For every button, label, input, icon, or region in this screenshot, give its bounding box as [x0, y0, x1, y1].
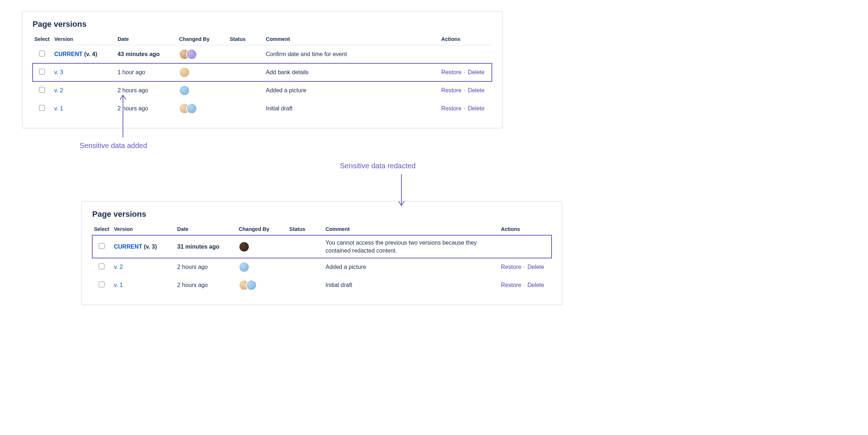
col-header-actions: Actions	[501, 224, 552, 235]
annotation-label: Sensitive data redacted	[340, 162, 448, 170]
version-link[interactable]: v. 1	[114, 282, 123, 288]
col-header-status: Status	[289, 224, 326, 235]
comment-cell: Added a picture	[266, 81, 441, 100]
version-current-label[interactable]: CURRENT	[54, 51, 82, 57]
action-separator: ·	[463, 87, 466, 93]
annotation-sensitive-added: Sensitive data added	[80, 92, 166, 150]
col-header-actions: Actions	[441, 34, 492, 45]
status-cell	[289, 276, 326, 294]
date-cell: 43 minutes ago	[118, 45, 179, 64]
delete-link[interactable]: Delete	[468, 69, 484, 75]
col-header-version: Version	[54, 34, 118, 45]
col-header-select: Select	[33, 34, 54, 45]
version-current-label[interactable]: CURRENT	[114, 244, 142, 250]
restore-link[interactable]: Restore	[441, 69, 461, 75]
table-row: v. 1 2 hours ago Initial draft Restore ·…	[92, 276, 552, 294]
col-header-changedby: Changed By	[179, 34, 230, 45]
versions-table: Select Version Date Changed By Status Co…	[92, 224, 552, 294]
col-header-comment: Comment	[326, 224, 501, 235]
comment-cell: Added a picture	[326, 258, 501, 276]
date-cell: 2 hours ago	[177, 258, 239, 276]
changedby-avatars	[179, 49, 227, 60]
table-row: CURRENT (v. 4) 43 minutes ago Confirm da…	[33, 45, 492, 64]
avatar	[246, 280, 257, 291]
col-header-version: Version	[114, 224, 177, 235]
arrow-up-icon	[116, 92, 130, 139]
select-checkbox[interactable]	[39, 87, 45, 93]
annotation-label: Sensitive data added	[80, 142, 166, 150]
date-cell: 1 hour ago	[118, 63, 179, 81]
delete-link[interactable]: Delete	[527, 264, 544, 270]
avatar	[179, 85, 190, 96]
comment-cell: Confirm date and time for event	[266, 45, 441, 64]
annotation-sensitive-redacted: Sensitive data redacted	[340, 162, 448, 210]
version-link[interactable]: v. 2	[114, 264, 123, 270]
table-row: v. 2 2 hours ago Added a picture Restore…	[92, 258, 552, 276]
delete-link[interactable]: Delete	[527, 282, 544, 288]
actions-cell	[501, 235, 552, 258]
page-versions-panel-after: Page versions Select Version Date Change…	[81, 201, 562, 305]
arrow-down-icon	[340, 172, 448, 208]
comment-cell: You cannot access the previous two versi…	[326, 235, 501, 258]
delete-link[interactable]: Delete	[468, 105, 484, 111]
avatar	[239, 262, 250, 273]
col-header-comment: Comment	[266, 34, 441, 45]
status-cell	[289, 235, 326, 258]
comment-cell: Add bank details	[266, 63, 441, 81]
comment-cell: Initial draft	[326, 276, 501, 294]
actions-cell	[441, 45, 492, 64]
action-separator: ·	[463, 69, 466, 75]
action-separator: ·	[523, 282, 526, 288]
avatar	[186, 103, 197, 114]
version-link[interactable]: v. 1	[54, 105, 63, 111]
select-checkbox[interactable]	[39, 105, 45, 111]
comment-cell: Initial draft	[266, 100, 441, 118]
select-checkbox[interactable]	[39, 51, 45, 56]
version-link[interactable]: v. 2	[54, 87, 63, 93]
table-row-highlighted: v. 3 1 hour ago Add bank details Restore…	[33, 63, 492, 81]
changedby-avatars	[239, 262, 286, 273]
action-separator: ·	[463, 105, 466, 111]
select-checkbox[interactable]	[99, 263, 105, 269]
changedby-avatars	[179, 67, 227, 78]
restore-link[interactable]: Restore	[501, 282, 521, 288]
changedby-avatars	[179, 85, 227, 96]
select-checkbox[interactable]	[99, 282, 105, 287]
action-separator: ·	[523, 264, 526, 270]
avatar	[179, 67, 190, 78]
table-row-highlighted: CURRENT (v. 3) 31 minutes ago You cannot…	[92, 235, 552, 258]
changedby-avatars	[179, 103, 227, 114]
panel-title: Page versions	[33, 20, 492, 29]
version-current-sub: (v. 3)	[142, 244, 157, 250]
restore-link[interactable]: Restore	[441, 105, 461, 111]
col-header-changedby: Changed By	[239, 224, 289, 235]
col-header-date: Date	[177, 224, 239, 235]
panel-title: Page versions	[92, 210, 552, 219]
select-checkbox[interactable]	[99, 243, 105, 249]
date-cell: 31 minutes ago	[177, 235, 239, 258]
date-cell: 2 hours ago	[177, 276, 239, 294]
status-cell	[230, 45, 266, 64]
status-cell	[230, 81, 266, 100]
col-header-status: Status	[230, 34, 266, 45]
restore-link[interactable]: Restore	[441, 87, 461, 93]
select-checkbox[interactable]	[39, 69, 45, 75]
col-header-select: Select	[92, 224, 114, 235]
avatar	[239, 241, 250, 252]
version-link[interactable]: v. 3	[54, 69, 63, 75]
avatar	[186, 49, 197, 60]
restore-link[interactable]: Restore	[501, 264, 521, 270]
changedby-avatars	[239, 280, 286, 291]
status-cell	[289, 258, 326, 276]
version-current-sub: (v. 4)	[82, 51, 97, 57]
status-cell	[230, 63, 266, 81]
delete-link[interactable]: Delete	[468, 87, 484, 93]
status-cell	[230, 100, 266, 118]
changedby-avatars	[239, 241, 286, 252]
col-header-date: Date	[118, 34, 179, 45]
